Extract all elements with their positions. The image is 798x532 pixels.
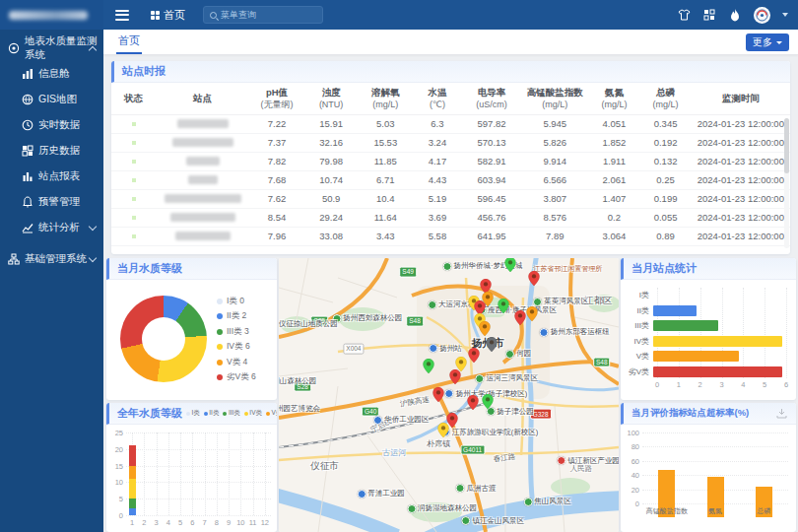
station-pin-red[interactable] bbox=[432, 387, 444, 402]
annual-legend-item[interactable]: III类 bbox=[223, 409, 239, 418]
map-poi[interactable]: 扬州西郊森林公园 bbox=[332, 313, 402, 323]
monthly-grade-donut-chart: I类 0II类 2III类 3IV类 6V类 4劣V类 6 bbox=[106, 280, 277, 400]
x-tick-label: 8 bbox=[212, 518, 222, 527]
stacked-bar-month1[interactable] bbox=[129, 445, 136, 515]
station-pin-green[interactable] bbox=[504, 258, 516, 272]
y-tick-label: 5 bbox=[110, 495, 123, 503]
station-pin-orange[interactable] bbox=[526, 306, 538, 321]
map-poi[interactable]: 镇江金山风景区 bbox=[462, 516, 525, 526]
map-panel[interactable]: 扬州市江都区仪征市朴席镇古运河沪陕高速宁启线春江路人民路江苏省邗江闲置管理所S4… bbox=[279, 258, 619, 532]
hbar-fill[interactable] bbox=[653, 336, 782, 347]
hbar-track bbox=[653, 290, 790, 300]
cell-value: 0.89 bbox=[640, 227, 692, 245]
map-poi[interactable]: 仪征捺山地质公园 bbox=[279, 319, 338, 329]
stack-segment bbox=[129, 479, 136, 499]
station-pin-green[interactable] bbox=[423, 359, 434, 373]
table-scrollbar[interactable] bbox=[784, 118, 789, 248]
theme-shirt-icon[interactable] bbox=[677, 8, 691, 22]
cell-value: 596.45 bbox=[462, 189, 521, 208]
cell-value: 0.25 bbox=[640, 170, 692, 189]
map-poi[interactable]: 扬州站 bbox=[429, 344, 462, 354]
station-pin-yellow[interactable] bbox=[437, 423, 449, 437]
cell-value: 641.95 bbox=[462, 227, 521, 245]
sidebar-item-0[interactable]: 信息舱 bbox=[0, 61, 103, 87]
cell-value: 7.62 bbox=[249, 189, 303, 208]
map-poi[interactable]: 茱萸湾风景区 bbox=[533, 297, 588, 306]
sidebar-item-5[interactable]: 预警管理 bbox=[0, 189, 103, 215]
station-pin-red[interactable] bbox=[468, 348, 480, 363]
donut-legend-item[interactable]: III类 3 bbox=[217, 324, 256, 340]
breadcrumb-home[interactable]: 首页 bbox=[151, 8, 185, 23]
map-poi[interactable]: 润扬湿地森林公园 bbox=[407, 503, 477, 513]
sidebar-item-group2[interactable]: 基础管理系统 bbox=[0, 246, 103, 272]
tab-home[interactable]: 首页 bbox=[116, 30, 142, 54]
donut-legend-item[interactable]: 劣V类 6 bbox=[217, 370, 256, 386]
station-pin-gray[interactable] bbox=[486, 337, 498, 352]
app-logo bbox=[0, 0, 103, 30]
hbar-fill[interactable] bbox=[653, 366, 782, 377]
map-poi[interactable]: 铜山森林公园 bbox=[279, 376, 316, 386]
station-name-blurred bbox=[177, 119, 229, 128]
y-tick-label: 0 bbox=[623, 499, 639, 508]
hbar-track bbox=[653, 320, 790, 331]
station-pin-green[interactable] bbox=[482, 394, 494, 409]
station-pin-red[interactable] bbox=[467, 395, 479, 410]
donut-legend-item[interactable]: V类 4 bbox=[217, 355, 256, 370]
sidebar-item-4[interactable]: 站点报表 bbox=[0, 164, 103, 189]
sidebar-item-root[interactable]: 地表水质量监测系统 bbox=[0, 35, 103, 61]
cell-value: 5.19 bbox=[413, 189, 462, 208]
legend-dot bbox=[217, 299, 223, 304]
sidebar-item-3[interactable]: 历史数据 bbox=[0, 138, 103, 164]
cell-value: 15.53 bbox=[359, 133, 413, 152]
cell-value: 0.345 bbox=[640, 114, 692, 133]
annual-legend-item[interactable]: II类 bbox=[204, 409, 220, 418]
user-avatar[interactable] bbox=[754, 7, 770, 24]
hbar-fill[interactable] bbox=[653, 351, 739, 362]
map-poi[interactable]: 扬州园艺博览会 bbox=[279, 404, 320, 414]
map-poi[interactable]: 华侨工业园区 bbox=[373, 415, 429, 425]
annual-legend-item[interactable]: I类 bbox=[186, 409, 200, 418]
hbar-fill[interactable] bbox=[653, 320, 718, 331]
cell-value: 4.17 bbox=[413, 152, 462, 170]
cell-value: 7.68 bbox=[249, 170, 303, 189]
map-poi[interactable]: 镇江新区产业园 bbox=[557, 456, 619, 466]
station-pin-green[interactable] bbox=[498, 299, 509, 313]
sidebar-item-6[interactable]: 统计分析 bbox=[0, 215, 103, 240]
gridline bbox=[180, 432, 181, 515]
annual-legend-item[interactable]: IV类 bbox=[244, 409, 262, 418]
menu-search-input[interactable]: 菜单查询 bbox=[203, 6, 323, 24]
map-poi[interactable]: 瓜洲古渡 bbox=[456, 484, 497, 494]
cell-time: 2024-01-23 12:00:00 bbox=[692, 189, 790, 208]
map-poi[interactable]: 江苏旅游职业学院(新校区) bbox=[441, 428, 539, 437]
chart-toolbox-icon[interactable] bbox=[775, 408, 788, 419]
user-menu-caret-icon[interactable] bbox=[782, 13, 788, 17]
annual-legend-item[interactable]: V类 bbox=[266, 409, 277, 418]
layout-icon[interactable] bbox=[702, 8, 716, 22]
sidebar-item-1[interactable]: GIS地图 bbox=[0, 87, 103, 112]
gridline bbox=[642, 432, 788, 433]
report-icon bbox=[22, 170, 33, 182]
map-poi[interactable]: 胥浦工业园 bbox=[357, 489, 405, 499]
donut-legend-item[interactable]: IV类 6 bbox=[217, 340, 256, 356]
cell-value: 2.061 bbox=[588, 170, 639, 189]
flame-icon[interactable] bbox=[728, 8, 742, 22]
sidebar-item-2[interactable]: 实时数据 bbox=[0, 112, 103, 138]
donut-legend-item[interactable]: II类 2 bbox=[217, 309, 256, 325]
gridline bbox=[192, 432, 193, 515]
map-poi[interactable]: 何园 bbox=[505, 349, 531, 359]
map-poi[interactable]: 焦山风景区 bbox=[523, 497, 571, 506]
station-pin-red[interactable] bbox=[528, 271, 540, 286]
hbar-fill[interactable] bbox=[653, 305, 697, 316]
station-pin-orange[interactable] bbox=[479, 321, 491, 336]
poi-icon bbox=[456, 484, 465, 493]
cell-value: 7.82 bbox=[249, 152, 303, 170]
more-button[interactable]: 更多 bbox=[746, 33, 789, 51]
station-pin-red[interactable] bbox=[449, 369, 461, 384]
sidebar-toggle-icon[interactable] bbox=[115, 10, 129, 21]
map-poi[interactable]: 扬州东部客运枢纽 bbox=[540, 327, 610, 337]
station-name-blurred bbox=[188, 175, 218, 184]
gridline bbox=[265, 432, 266, 515]
donut-legend-item[interactable]: I类 0 bbox=[217, 294, 256, 309]
map-poi[interactable]: 运河三湾风景区 bbox=[475, 373, 538, 383]
station-pin-red[interactable] bbox=[514, 310, 526, 325]
